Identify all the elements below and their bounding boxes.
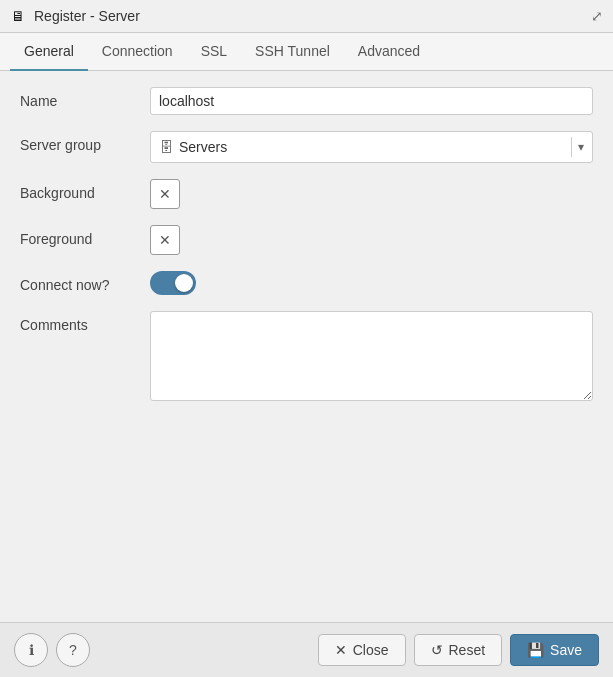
title-bar: 🖥 Register - Server ⤢ [0, 0, 613, 33]
background-x-icon: ✕ [159, 186, 171, 202]
main-content: Name Server group 🗄 Servers ▾ Background… [0, 71, 613, 622]
tab-connection[interactable]: Connection [88, 33, 187, 71]
server-group-dropdown[interactable]: 🗄 Servers ▾ [150, 131, 593, 163]
foreground-x-icon: ✕ [159, 232, 171, 248]
close-button[interactable]: ✕ Close [318, 634, 406, 666]
foreground-color-btn[interactable]: ✕ [150, 225, 180, 255]
connect-now-toggle[interactable] [150, 271, 196, 295]
save-button[interactable]: 💾 Save [510, 634, 599, 666]
server-group-control: 🗄 Servers ▾ [150, 131, 593, 163]
help-button[interactable]: ? [56, 633, 90, 667]
comments-row: Comments [20, 311, 593, 404]
server-group-icon: 🗄 [159, 139, 173, 155]
toggle-knob [175, 274, 193, 292]
server-group-value: Servers [179, 139, 565, 155]
close-label: Close [353, 642, 389, 658]
server-icon: 🖥 [10, 8, 26, 24]
foreground-label: Foreground [20, 225, 150, 247]
reset-button[interactable]: ↺ Reset [414, 634, 503, 666]
server-group-row: Server group 🗄 Servers ▾ [20, 131, 593, 163]
save-icon: 💾 [527, 642, 544, 658]
close-icon: ✕ [335, 642, 347, 658]
connect-now-control [150, 271, 593, 295]
background-color-btn[interactable]: ✕ [150, 179, 180, 209]
tab-ssl[interactable]: SSL [187, 33, 241, 71]
bottom-right: ✕ Close ↺ Reset 💾 Save [318, 634, 599, 666]
foreground-row: Foreground ✕ [20, 225, 593, 255]
dropdown-separator [571, 137, 572, 157]
reset-label: Reset [449, 642, 486, 658]
foreground-control: ✕ [150, 225, 593, 255]
window-title: Register - Server [34, 8, 140, 24]
chevron-down-icon[interactable]: ▾ [578, 140, 584, 154]
connect-now-toggle-wrapper [150, 271, 593, 295]
save-label: Save [550, 642, 582, 658]
bottom-left: ℹ ? [14, 633, 90, 667]
background-label: Background [20, 179, 150, 201]
tab-ssh-tunnel[interactable]: SSH Tunnel [241, 33, 344, 71]
name-label: Name [20, 87, 150, 109]
tab-general[interactable]: General [10, 33, 88, 71]
server-group-label: Server group [20, 131, 150, 153]
comments-control [150, 311, 593, 404]
toggle-track [150, 271, 196, 295]
background-control: ✕ [150, 179, 593, 209]
name-input[interactable] [150, 87, 593, 115]
tab-advanced[interactable]: Advanced [344, 33, 434, 71]
reset-icon: ↺ [431, 642, 443, 658]
expand-icon[interactable]: ⤢ [591, 8, 603, 24]
help-icon: ? [69, 642, 77, 658]
background-row: Background ✕ [20, 179, 593, 209]
connect-now-label: Connect now? [20, 271, 150, 293]
info-icon: ℹ [29, 642, 34, 658]
bottom-bar: ℹ ? ✕ Close ↺ Reset 💾 Save [0, 622, 613, 677]
name-control [150, 87, 593, 115]
tab-bar: General Connection SSL SSH Tunnel Advanc… [0, 33, 613, 71]
comments-label: Comments [20, 311, 150, 333]
name-row: Name [20, 87, 593, 115]
comments-textarea[interactable] [150, 311, 593, 401]
title-bar-left: 🖥 Register - Server [10, 8, 140, 24]
connect-now-row: Connect now? [20, 271, 593, 295]
info-button[interactable]: ℹ [14, 633, 48, 667]
